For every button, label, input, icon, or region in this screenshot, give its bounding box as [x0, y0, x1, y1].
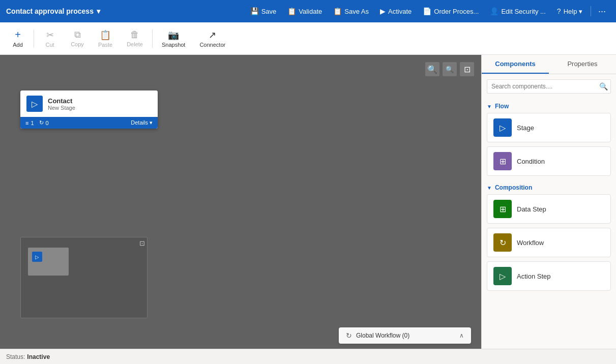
- zoom-in-button[interactable]: 🔍: [425, 62, 439, 76]
- top-bar: Contact approval process ▾ 💾 Save 📋 Vali…: [0, 0, 616, 22]
- flow-arrow-icon: ▼: [487, 104, 492, 109]
- component-item-stage[interactable]: ▷ Stage: [487, 113, 611, 142]
- nav-separator: [591, 6, 591, 16]
- global-workflow-bar[interactable]: ↻ Global Workflow (0) ∧: [339, 327, 471, 344]
- action-step-icon: ▷: [493, 267, 512, 285]
- zoom-out-icon: 🔍: [446, 66, 454, 73]
- flow-section-header[interactable]: ▼ Flow: [487, 99, 611, 113]
- cut-button[interactable]: ✂ Cut: [36, 26, 64, 51]
- stage-icon: ▷: [493, 118, 512, 137]
- flow-section-label: Flow: [495, 103, 509, 110]
- save-icon: 💾: [250, 7, 259, 15]
- mini-map-node: ▷: [28, 248, 69, 276]
- component-item-condition[interactable]: ⊞ Condition: [487, 146, 611, 176]
- mini-map: ⊡ ▷: [20, 237, 148, 318]
- snapshot-icon: 📷: [168, 29, 179, 41]
- stage-node-subtitle: New Stage: [48, 105, 75, 111]
- search-input[interactable]: [487, 79, 611, 94]
- save-as-label: Save As: [344, 8, 369, 15]
- mini-map-expand-button[interactable]: ⊡: [139, 239, 145, 247]
- stage-details-button[interactable]: Details ▾: [131, 119, 153, 126]
- condition-comp-icon: ⊞: [500, 157, 506, 166]
- zoom-in-icon: 🔍: [427, 65, 437, 74]
- stage-node-text: Contact New Stage: [48, 97, 75, 111]
- connector-button[interactable]: ↗ Connector: [192, 26, 232, 51]
- paste-label: Paste: [98, 42, 112, 48]
- delete-button[interactable]: 🗑 Delete: [120, 26, 150, 50]
- tab-components-label: Components: [495, 60, 535, 68]
- order-process-label: Order Proces...: [434, 8, 479, 15]
- search-icon: 🔍: [599, 82, 608, 90]
- canvas-controls: 🔍 🔍 ⊡: [425, 62, 474, 76]
- tab-components[interactable]: Components: [482, 55, 549, 74]
- workflow-icon: ↻: [493, 233, 512, 252]
- search-button[interactable]: 🔍: [599, 82, 608, 90]
- zoom-out-button[interactable]: 🔍: [443, 62, 457, 76]
- stage-comp-label: Stage: [517, 124, 534, 132]
- app-title-text: Contact approval process: [6, 7, 94, 15]
- steps-count: 1: [31, 120, 34, 126]
- stage-chevron-icon: ▷: [32, 99, 38, 109]
- activate-button[interactable]: ▶ Activate: [375, 4, 417, 18]
- validate-button[interactable]: 📋 Validate: [282, 4, 327, 18]
- conditions-count-item: ↻ 0: [39, 119, 49, 126]
- component-item-action-step[interactable]: ▷ Action Step: [487, 261, 611, 291]
- steps-icon: ≡: [25, 120, 28, 126]
- snapshot-button[interactable]: 📷 Snapshot: [155, 26, 192, 51]
- action-step-comp-label: Action Step: [517, 272, 551, 280]
- right-panel: Components Properties 🔍 ▼ Flow ▷ Stag: [481, 55, 616, 349]
- global-wf-left: ↻ Global Workflow (0): [346, 331, 409, 340]
- add-button[interactable]: + Add: [4, 26, 32, 51]
- status-label: Status:: [6, 353, 25, 360]
- toolbar: + Add ✂ Cut ⧉ Copy 📋 Paste 🗑 Delete 📷 Sn…: [0, 22, 616, 55]
- toolbar-separator: [34, 29, 34, 48]
- conditions-icon: ↻: [39, 119, 44, 126]
- composition-section-header[interactable]: ▼ Composition: [487, 180, 611, 194]
- steps-count-item: ≡ 1: [25, 120, 34, 126]
- tab-properties-label: Properties: [567, 60, 597, 68]
- copy-icon: ⧉: [74, 29, 81, 40]
- composition-arrow-icon: ▼: [487, 185, 492, 191]
- data-step-icon: ⊞: [493, 200, 512, 218]
- conditions-count: 0: [46, 120, 49, 126]
- global-wf-chevron-icon[interactable]: ∧: [459, 332, 464, 339]
- validate-icon: 📋: [287, 7, 296, 15]
- tab-properties[interactable]: Properties: [549, 55, 616, 74]
- save-as-button[interactable]: 📋 Save As: [328, 4, 374, 18]
- copy-button[interactable]: ⧉ Copy: [64, 26, 91, 50]
- status-bar: Status: Inactive: [0, 349, 616, 364]
- data-step-comp-icon: ⊞: [500, 204, 506, 214]
- stage-node[interactable]: ▷ Contact New Stage ≡ 1 ↻ 0 Details ▾: [20, 90, 158, 129]
- components-list: ▼ Flow ▷ Stage ⊞ Condition ▼ Composition: [482, 99, 616, 349]
- activate-icon: ▶: [380, 7, 386, 15]
- cut-icon: ✂: [46, 29, 54, 41]
- component-item-workflow[interactable]: ↻ Workflow: [487, 228, 611, 257]
- copy-label: Copy: [71, 41, 84, 47]
- snapshot-label: Snapshot: [162, 42, 185, 48]
- cut-label: Cut: [45, 42, 54, 48]
- component-item-data-step[interactable]: ⊞ Data Step: [487, 194, 611, 224]
- help-label: Help ▾: [564, 8, 582, 15]
- order-process-button[interactable]: 📄 Order Proces...: [418, 4, 484, 18]
- action-step-comp-icon: ▷: [500, 271, 506, 281]
- panel-tabs: Components Properties: [482, 55, 616, 74]
- toolbar-separator-2: [152, 29, 153, 48]
- paste-button[interactable]: 📋 Paste: [91, 26, 120, 51]
- edit-security-button[interactable]: 👤 Edit Security ...: [485, 4, 550, 18]
- top-nav-actions: 💾 Save 📋 Validate 📋 Save As ▶ Activate 📄…: [245, 3, 610, 20]
- expand-icon: ⊡: [139, 239, 145, 247]
- more-options-button[interactable]: ···: [594, 3, 610, 20]
- global-wf-label: Global Workflow (0): [356, 332, 409, 339]
- canvas[interactable]: 🔍 🔍 ⊡ ▷ Contact New Stage: [0, 55, 481, 349]
- app-title-chevron[interactable]: ▾: [97, 7, 100, 15]
- main-area: 🔍 🔍 ⊡ ▷ Contact New Stage: [0, 55, 616, 349]
- more-icon: ···: [598, 6, 606, 17]
- save-label: Save: [261, 8, 277, 15]
- stage-node-footer: ≡ 1 ↻ 0 Details ▾: [20, 117, 158, 129]
- condition-icon: ⊞: [493, 152, 512, 170]
- help-icon: ?: [557, 7, 561, 15]
- help-button[interactable]: ? Help ▾: [552, 4, 588, 18]
- workflow-comp-label: Workflow: [517, 239, 544, 247]
- save-button[interactable]: 💾 Save: [245, 4, 282, 18]
- fit-view-button[interactable]: ⊡: [460, 62, 474, 76]
